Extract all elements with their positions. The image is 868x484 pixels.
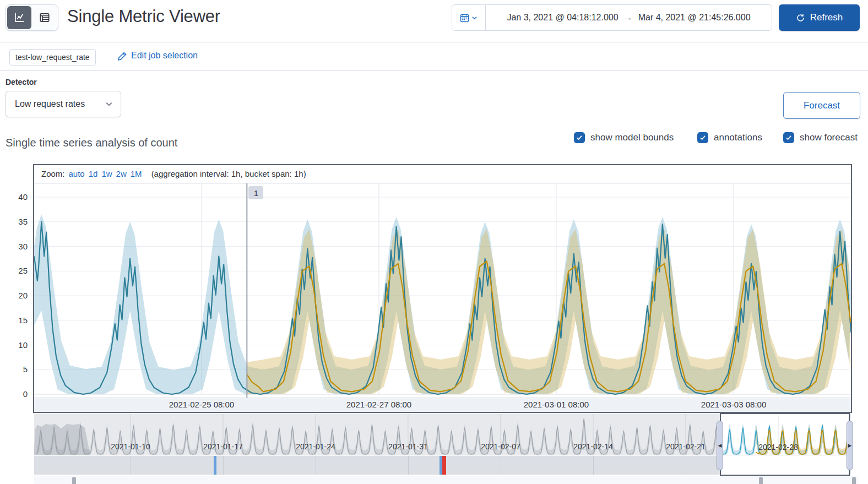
show-model-bounds-label: show model bounds	[590, 132, 674, 143]
chevron-down-icon	[105, 100, 113, 108]
y-axis-tick-label: 10	[3, 340, 28, 350]
chevron-left-icon: ◀	[718, 443, 722, 448]
brush-date-label: 2021-02-28	[745, 443, 811, 452]
single-metric-viewer-page: Single Metric Viewer Jan 3, 2021 @ 04:18…	[0, 0, 868, 484]
detector-label: Detector	[6, 78, 37, 86]
show-forecast-checkbox[interactable]	[783, 132, 794, 143]
zoom-option-2w[interactable]: 2w	[116, 169, 127, 178]
annotations-label: annotations	[714, 132, 762, 143]
anomaly-cell-critical[interactable]	[442, 456, 446, 475]
y-axis-tick-label: 15	[3, 316, 28, 325]
check-icon	[699, 134, 707, 142]
time-range-start[interactable]: Jan 3, 2021 @ 04:18:12.000	[507, 13, 618, 23]
forecast-button[interactable]: Forecast	[783, 92, 860, 119]
section-title: Single time series analysis of count	[6, 137, 177, 149]
show-forecast-checkbox-row: show forecast	[783, 132, 858, 143]
context-x-axis-tick-label: 2021-02-07	[465, 442, 536, 451]
zoom-option-1M[interactable]: 1M	[131, 169, 142, 178]
date-picker-menu-button[interactable]	[452, 5, 486, 30]
table-view-toggle[interactable]	[32, 6, 57, 29]
y-axis-tick-label: 40	[3, 192, 28, 202]
annotation-marker-pill[interactable]	[852, 477, 856, 484]
context-x-axis-tick-label: 2021-02-21	[650, 442, 721, 451]
swimlane-separator	[593, 456, 594, 475]
swimlane-separator	[316, 456, 316, 475]
show-model-bounds-checkbox[interactable]	[574, 132, 585, 143]
time-range-brush[interactable]: 2021-02-28	[720, 413, 850, 476]
annotations-lane	[34, 476, 858, 484]
y-axis-tick-label: 25	[3, 266, 28, 275]
page-title: Single Metric Viewer	[67, 7, 220, 26]
aggregation-info: (aggregation interval: 1h, bucket span: …	[151, 169, 306, 178]
y-axis-tick-label: 0	[3, 389, 28, 399]
swimlane-separator	[686, 456, 686, 475]
context-x-axis-tick-label: 2021-01-24	[280, 442, 351, 451]
zoom-option-auto[interactable]: auto	[69, 169, 85, 178]
header-divider	[0, 42, 868, 42]
brush-handle-left[interactable]: ◀	[717, 421, 723, 470]
y-axis-tick-label: 20	[3, 291, 28, 300]
context-x-axis-tick-label: 2021-01-17	[187, 442, 259, 451]
annotation-marker-badge[interactable]: 1	[248, 186, 263, 199]
pencil-icon	[117, 51, 127, 61]
anomaly-cell-low[interactable]	[214, 456, 216, 475]
context-x-axis-tick-label: 2021-01-31	[372, 442, 444, 451]
show-forecast-label: show forecast	[800, 132, 858, 143]
focus-x-axis-tick-label: 2021-02-27 08:00	[335, 400, 423, 409]
calendar-icon	[460, 13, 469, 23]
time-range-picker: Jan 3, 2021 @ 04:18:12.000 → Mar 4, 2021…	[452, 4, 772, 31]
annotation-marker-pill[interactable]	[759, 477, 763, 484]
focus-chart[interactable]	[34, 183, 851, 398]
swimlane-separator	[501, 456, 501, 475]
context-x-axis-tick-label: 2021-02-14	[557, 442, 629, 451]
y-axis-tick-label: 35	[3, 217, 28, 226]
focus-x-axis-tick-label: 2021-02-25 08:00	[158, 400, 246, 409]
table-icon	[39, 12, 51, 24]
chart-view-toggle[interactable]	[7, 6, 31, 29]
swimlane-separator	[131, 456, 131, 475]
annotations-checkbox[interactable]	[697, 132, 708, 143]
swimlane-separator	[223, 456, 224, 475]
refresh-button[interactable]: Refresh	[779, 4, 860, 31]
edit-job-selection-link[interactable]: Edit job selection	[131, 51, 198, 61]
chevron-down-icon	[471, 15, 478, 21]
refresh-button-label: Refresh	[810, 12, 843, 23]
brush-handle-right[interactable]: ▶	[847, 421, 853, 470]
focus-x-axis-tick-label: 2021-03-01 08:00	[512, 400, 600, 409]
refresh-icon	[796, 13, 805, 23]
job-id-badge[interactable]: test-low_request_rate	[9, 49, 96, 66]
annotation-marker-pill[interactable]	[72, 477, 76, 484]
time-range-end[interactable]: Mar 4, 2021 @ 21:45:26.000	[638, 13, 751, 23]
zoom-option-1w[interactable]: 1w	[101, 169, 112, 178]
arrow-right-icon: →	[624, 13, 633, 23]
check-icon	[785, 134, 793, 142]
focus-x-axis-tick-label: 2021-03-03 08:00	[690, 400, 778, 409]
zoom-controls: Zoom: auto 1d 1w 2w 1M (aggregation inte…	[41, 169, 306, 178]
view-toggle-group	[6, 4, 58, 31]
show-model-bounds-checkbox-row: show model bounds	[574, 132, 674, 143]
annotations-checkbox-row: annotations	[697, 132, 762, 143]
check-icon	[576, 134, 583, 142]
time-range-display[interactable]: Jan 3, 2021 @ 04:18:12.000 → Mar 4, 2021…	[486, 5, 772, 30]
detector-selected-value: Low request rates	[15, 99, 85, 109]
y-axis-tick-label: 5	[3, 365, 28, 374]
zoom-prefix: Zoom:	[41, 169, 65, 178]
zoom-option-1d[interactable]: 1d	[89, 169, 98, 178]
swimlane-separator	[408, 456, 409, 475]
detector-select[interactable]: Low request rates	[6, 91, 121, 117]
line-chart-icon	[13, 12, 25, 24]
job-row-divider	[0, 70, 868, 71]
context-x-axis-tick-label: 2021-01-10	[95, 442, 166, 451]
y-axis-tick-label: 30	[3, 242, 28, 251]
chevron-right-icon: ▶	[848, 443, 852, 448]
